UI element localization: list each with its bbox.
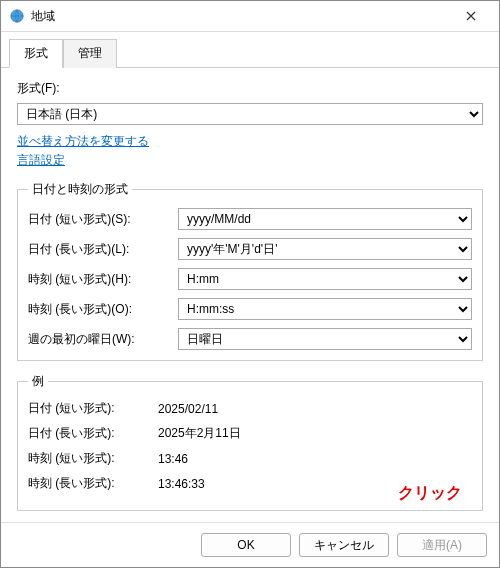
links-section: 並べ替え方法を変更する 言語設定 [17,133,483,169]
datetime-legend: 日付と時刻の形式 [28,181,132,198]
format-select[interactable]: 日本語 (日本) [17,103,483,125]
titlebar: 地域 [1,1,499,32]
short-date-select[interactable]: yyyy/MM/dd [178,208,472,230]
content-area: 形式(F): 日本語 (日本) 並べ替え方法を変更する 言語設定 日付と時刻の形… [1,68,499,522]
ex-long-date-value: 2025年2月11日 [158,425,241,442]
apply-button[interactable]: 適用(A) [397,533,487,557]
close-button[interactable] [451,1,491,31]
first-day-label: 週の最初の曜日(W): [28,331,178,348]
short-time-label: 時刻 (短い形式)(H): [28,271,178,288]
region-dialog: 地域 形式 管理 形式(F): 日本語 (日本) 並べ替え方法を変更する 言語設… [0,0,500,568]
window-title: 地域 [31,8,451,25]
tab-strip: 形式 管理 [1,32,499,68]
short-date-label: 日付 (短い形式)(S): [28,211,178,228]
globe-icon [9,8,25,24]
example-legend: 例 [28,373,48,390]
click-annotation: クリック [398,483,462,504]
ex-long-time-value: 13:46:33 [158,477,205,491]
ex-long-date-label: 日付 (長い形式): [28,425,158,442]
ok-button[interactable]: OK [201,533,291,557]
example-group: 例 日付 (短い形式): 2025/02/11 日付 (長い形式): 2025年… [17,373,483,511]
long-time-select[interactable]: H:mm:ss [178,298,472,320]
tab-admin[interactable]: 管理 [63,39,117,68]
close-icon [466,11,476,21]
ex-long-time-label: 時刻 (長い形式): [28,475,158,492]
datetime-format-group: 日付と時刻の形式 日付 (短い形式)(S): yyyy/MM/dd 日付 (長い… [17,181,483,361]
first-day-select[interactable]: 日曜日 [178,328,472,350]
format-label: 形式(F): [17,80,483,97]
tab-format[interactable]: 形式 [9,39,63,68]
dialog-footer: OK キャンセル 適用(A) [1,522,499,567]
ex-short-time-label: 時刻 (短い形式): [28,450,158,467]
ex-short-date-label: 日付 (短い形式): [28,400,158,417]
ex-short-date-value: 2025/02/11 [158,402,218,416]
long-time-label: 時刻 (長い形式)(O): [28,301,178,318]
long-date-select[interactable]: yyyy'年'M'月'd'日' [178,238,472,260]
long-date-label: 日付 (長い形式)(L): [28,241,178,258]
language-settings-link[interactable]: 言語設定 [17,152,483,169]
sort-method-link[interactable]: 並べ替え方法を変更する [17,133,483,150]
ex-short-time-value: 13:46 [158,452,188,466]
short-time-select[interactable]: H:mm [178,268,472,290]
cancel-button[interactable]: キャンセル [299,533,389,557]
